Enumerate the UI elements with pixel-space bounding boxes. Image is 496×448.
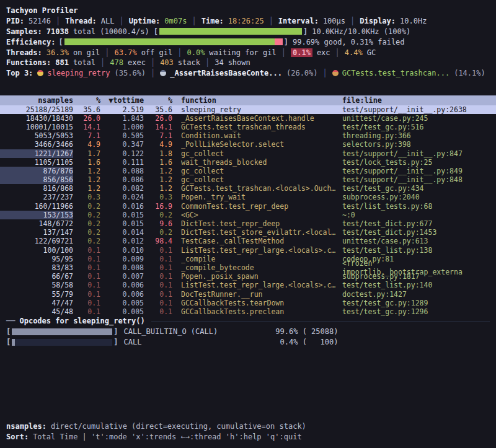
display-value: 10.0Hz — [400, 17, 427, 25]
header-file-line[interactable]: file:line — [342, 96, 496, 105]
cell-pct-cumulative: 0.1 — [144, 263, 172, 272]
cell-pct-direct: 4.9 — [73, 140, 100, 149]
stack-value: 403 — [160, 58, 174, 67]
bar-open-bracket: [ — [58, 38, 63, 46]
cell-file-line: test/test_dict.py:677 — [342, 219, 496, 228]
table-row[interactable]: 160/119660.20.01616.9CommonTest.test_rep… — [0, 202, 496, 211]
efficiency-line: Efficiency: [] 99.69% good, 0.31% failed — [0, 37, 496, 47]
separator: │ — [172, 48, 187, 57]
cell-pct-cumulative: 1.6 — [144, 158, 172, 167]
cell-pct-direct: 0.1 — [73, 263, 100, 272]
table-row[interactable]: 5053/50537.10.5057.1Condition.waitthread… — [0, 131, 496, 140]
total-label: total — [73, 58, 95, 67]
table-row[interactable]: 18430/1843026.01.84326.0_AssertRaisesBas… — [0, 114, 496, 123]
samples-rate-detail: total (10000.4/s) — [73, 27, 149, 36]
opcodes-header: ── Opcodes for sleeping_retry() — [0, 316, 496, 327]
threads-line: Threads: 36.3%on gil│63.7%off gil│0.0%wa… — [0, 47, 496, 58]
table-row[interactable]: 816/8681.20.0821.2GCTests.test_trashcan.… — [0, 184, 496, 193]
cell-tottime: 0.005 — [100, 307, 144, 316]
cell-pct-cumulative: 9.6 — [144, 219, 172, 228]
cell-nsamples: 3466/3466 — [0, 140, 73, 149]
display-label: Display: — [360, 17, 396, 25]
cell-pct-cumulative: 0.2 — [144, 228, 172, 237]
cell-pct-direct: 0.1 — [73, 281, 100, 289]
cell-pct-direct: 0.1 — [73, 299, 100, 307]
header-nsamples[interactable]: nsamples — [0, 96, 73, 105]
cell-file-line: test/test_dict.py:1453 — [342, 228, 496, 237]
table-row[interactable]: 45/480.10.0050.1GCCallbackTests.preclean… — [0, 307, 496, 316]
cell-pct-direct: 1.7 — [73, 149, 100, 158]
top-function-percent: (26.0%) — [286, 69, 318, 77]
table-row[interactable]: 10001/1001514.11.00014.1GCTests.test_tra… — [0, 123, 496, 131]
cell-nsamples: 95/95 — [0, 255, 73, 263]
functions-label: Functions: — [6, 58, 51, 67]
cell-pct-cumulative: 7.1 — [144, 131, 172, 140]
table-row[interactable]: 1221/12671.70.1221.8gc_collecttest/suppo… — [0, 149, 496, 158]
cell-tottime: 0.015 — [100, 219, 144, 228]
bar-close-bracket: ] — [113, 327, 118, 336]
footer-nsamples-label: nsamples: — [6, 422, 46, 431]
footer-keybindings: Total Time | 't':mode 'x':trends ←→:thre… — [33, 433, 301, 441]
cell-pct-cumulative: 0.1 — [144, 246, 172, 255]
waiting-gil-label: waiting for gil — [209, 48, 276, 57]
cell-pct-cumulative: 1.2 — [144, 184, 172, 193]
opcode-bar — [12, 328, 112, 335]
table-row[interactable]: 66/670.10.0070.1Popen._posix_spawnsubpro… — [0, 272, 496, 281]
cell-nsamples: 45/48 — [0, 307, 73, 316]
table-row[interactable]: 237/2370.30.0240.3Popen._try_waitsubproc… — [0, 193, 496, 201]
cell-pct-direct: 1.2 — [73, 167, 100, 175]
cell-file-line: subprocess.py:1817 — [342, 272, 496, 281]
table-row[interactable]: 25188/2518935.62.51935.6sleeping_retryte… — [0, 105, 496, 114]
table-row[interactable]: 3466/34664.90.3474.9_PollLikeSelector.se… — [0, 140, 496, 149]
cell-pct-direct: 0.1 — [73, 307, 100, 316]
separator: │ — [146, 69, 160, 77]
time-value: 18:26:25 — [228, 17, 264, 25]
cell-function: _compile_bytecode — [181, 263, 342, 272]
thread-value: ALL — [101, 17, 115, 25]
cell-nsamples: 816/868 — [0, 184, 73, 193]
samples-bar-track — [159, 28, 302, 35]
header-pct-direct[interactable]: % — [73, 96, 100, 105]
header-pct-cumulative[interactable]: % — [144, 96, 172, 105]
table-row[interactable]: 148/67720.20.0159.6DictTest.test_repr_de… — [0, 219, 496, 228]
header-function[interactable]: function — [181, 96, 342, 105]
separator: │ — [277, 48, 291, 57]
cell-pct-cumulative: 0.3 — [144, 193, 172, 201]
cell-pct-direct: 0.1 — [73, 246, 100, 255]
table-row[interactable]: 137/1470.20.0140.2DictTest.test_store_ev… — [0, 228, 496, 237]
table-row[interactable]: 1105/11051.60.1111.6wait_threads_blocked… — [0, 158, 496, 167]
footer-sort-label: Sort: — [6, 433, 29, 441]
cell-tottime: 0.009 — [100, 255, 144, 263]
opcode-percent: 99.6% ( 25088) — [265, 327, 338, 336]
table-row[interactable]: 47/470.10.0050.1GCCallbackTests.tearDown… — [0, 299, 496, 307]
cell-file-line: ~:0 — [342, 211, 496, 219]
header-tottime-sorted[interactable]: ▼tottime — [100, 96, 144, 105]
total-value: 881 — [55, 58, 69, 67]
samples-total: 71038 — [46, 27, 69, 36]
table-row[interactable]: 58/580.10.0060.1ListTest.test_repr_large… — [0, 281, 496, 289]
off-gil-value: 63.7% — [115, 48, 137, 57]
spacer — [0, 347, 496, 421]
cell-tottime: 0.016 — [100, 202, 144, 211]
gc-value: 4.4% — [345, 48, 363, 57]
threads-label: Threads: — [6, 48, 42, 57]
table-row[interactable]: 153/1530.20.0150.2<GC>~:0 — [0, 211, 496, 219]
cell-pct-cumulative: 0.1 — [144, 272, 172, 281]
table-row[interactable]: 83/830.10.0080.1_compile_bytecode<frozen… — [0, 263, 496, 272]
cell-pct-direct: 0.2 — [73, 211, 100, 219]
table-row[interactable]: 122/697210.20.01298.4TestCase._callTestM… — [0, 237, 496, 245]
cell-function: <GC> — [181, 211, 342, 219]
cell-pct-cumulative: 4.9 — [144, 140, 172, 149]
table-row[interactable]: 100/1000.10.0100.1ListTest.test_repr_lar… — [0, 246, 496, 255]
table-row[interactable]: 876/8761.20.0881.2gc_collecttest/support… — [0, 167, 496, 175]
cell-tottime: 2.519 — [100, 105, 144, 114]
cell-pct-direct: 0.1 — [73, 272, 100, 281]
cell-nsamples: 122/69721 — [0, 237, 73, 245]
cell-tottime: 0.007 — [100, 272, 144, 281]
top-function-percent: (35.6%) — [115, 69, 146, 77]
cell-tottime: 0.111 — [100, 158, 144, 167]
cell-pct-cumulative: 0.1 — [144, 299, 172, 307]
top-function-name: sleeping_retry — [47, 69, 110, 77]
table-row[interactable]: 856/8561.20.0861.2gc_collecttest/support… — [0, 175, 496, 184]
table-row[interactable]: 55/790.10.0060.1DocTestRunner.__rundocte… — [0, 290, 496, 299]
